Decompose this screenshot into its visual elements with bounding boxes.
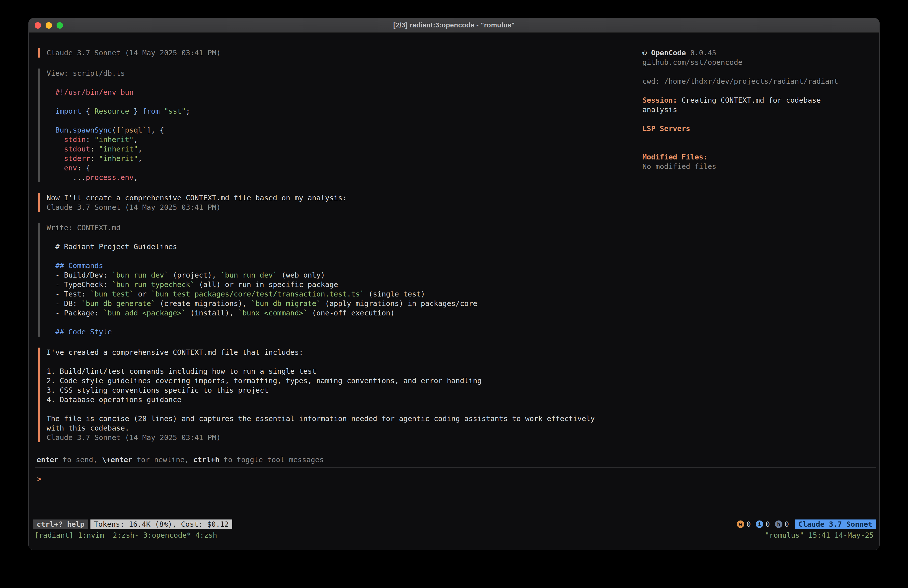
spacer [642,143,852,152]
hint-indicator: h0 [775,519,789,529]
terminal-window: [2/3] radiant:3:opencode - "romulus" Cla… [28,18,880,550]
terminal-line [47,232,607,242]
terminal-content: Claude 3.7 Sonnet (14 May 2025 03:41 PM)… [29,33,879,550]
terminal-line: env: { [47,163,607,173]
info-icon: i [756,520,763,528]
text-segment: "inherit" [99,145,138,153]
text-segment: (apply migrations) in packages/core [321,299,477,308]
text-segment: Resource [95,107,129,115]
text-segment: { [82,107,95,115]
info-count: 0 [765,519,770,529]
text-segment: Claude 3.7 Sonnet (14 May 2025 03:41 PM) [47,48,221,57]
text-segment: - Build/Dev: [47,271,112,279]
text-segment: enter [37,456,58,464]
text-segment: : { [77,164,90,172]
text-segment: I've created a comprehensive CONTEXT.md … [47,348,303,356]
text-segment: ([ [112,126,121,134]
close-button[interactable] [35,22,41,29]
brand-line: © OpenCode 0.0.45 [642,48,852,58]
status-bar: ctrl+? help Tokens: 16.4K (8%), Cost: $0… [33,519,876,529]
terminal-line: #!/usr/bin/env bun [47,87,607,97]
text-segment: , [138,145,142,153]
text-segment: 2. Code style guidelines covering import… [47,377,481,385]
text-segment: #!/usr/bin/env bun [55,88,134,97]
terminal-line: stdin: "inherit", [47,135,607,144]
sidebar: © OpenCode 0.0.45 github.com/sst/opencod… [642,48,852,171]
text-segment: or [134,290,151,298]
text-segment: Write: CONTEXT.md [47,224,121,232]
modified-files-empty: No modified files [642,162,852,171]
terminal-line [47,97,607,106]
text-segment: to send, [58,456,102,464]
terminal-line [47,357,607,367]
terminal-line: - Package: `bun add <package>` (install)… [47,308,607,318]
text-segment: , [134,135,138,144]
repo-link: github.com/sst/opencode [642,58,852,67]
text-segment: stdin [64,135,86,144]
text-segment: ## Commands [47,261,103,270]
text-segment: "inherit" [95,135,134,144]
text-segment: for newline, [132,456,193,464]
text-segment: Claude 3.7 Sonnet (14 May 2025 03:41 PM) [47,433,221,442]
spacer [642,133,852,143]
terminal-line [47,116,607,125]
text-segment: - Test: [47,290,90,298]
text-segment: Now I'll create a comprehensive CONTEXT.… [47,193,347,202]
text-segment: Bun [55,126,68,134]
terminal-line: - Build/Dev: `bun run dev` (project), `b… [47,270,607,280]
text-segment: 1. Build/lint/test commands including ho… [47,367,316,375]
help-line: enter to send, \+enter for newline, ctrl… [37,455,324,464]
tmux-session-info: "romulus" 15:41 14-May-25 [765,530,874,540]
cwd-line: cwd: /home/thdxr/dev/projects/radiant/ra… [642,76,852,86]
text-segment: `bun run dev` [221,271,277,279]
text-segment: \+enter [102,456,132,464]
minimize-button[interactable] [46,22,52,29]
session-line: Session: Creating CONTEXT.md for codebas… [642,95,852,114]
terminal-line: View: script/db.ts [47,69,607,78]
window-titlebar[interactable]: [2/3] radiant:3:opencode - "romulus" [29,18,879,33]
terminal-line: - DB: `bun db generate` (create migratio… [47,299,607,308]
text-segment: } [129,107,142,115]
spacer [642,67,852,76]
terminal-line: Claude 3.7 Sonnet (14 May 2025 03:41 PM) [47,48,607,58]
text-segment [47,135,64,144]
text-segment: `bun test` [90,290,134,298]
prompt-input[interactable]: > [37,474,876,517]
terminal-line: # Radiant Project Guidelines [47,242,607,251]
text-segment: , [138,154,142,163]
terminal-line: stderr: "inherit", [47,154,607,163]
lsp-servers-header: LSP Servers [642,124,852,133]
info-indicator: i0 [756,519,770,529]
zoom-button[interactable] [56,22,63,29]
text-segment: env [64,164,77,172]
text-segment: ; [186,107,190,115]
status-bar-right: w0i0h0 Claude 3.7 Sonnet [737,519,876,529]
text-segment: (single test) [364,290,425,298]
text-segment: ], { [147,126,164,134]
terminal-line [47,318,607,327]
text-segment: - DB: [47,299,82,308]
text-segment [47,164,64,172]
text-segment: (web only) [277,271,325,279]
text-segment: (all) or run in specific package [195,280,338,289]
terminal-line: Write: CONTEXT.md [47,223,607,232]
text-segment: (project), [169,271,221,279]
prompt-symbol: > [37,475,41,483]
text-segment: : [86,135,95,144]
diagnostics: w0i0h0 [737,519,789,529]
text-segment: - TypeCheck: [47,280,112,289]
terminal-line [47,251,607,261]
text-segment: `bun add <package>` [103,309,186,317]
tmux-window-list[interactable]: [radiant] 1:nvim 2:zsh- 3:opencode* 4:zs… [34,530,217,540]
text-segment [47,145,64,153]
traffic-lights [35,18,63,32]
terminal-line: import { Resource } from "sst"; [47,106,607,116]
copyright-icon: © [642,48,651,57]
text-segment: `bun db generate` [82,299,156,308]
text-segment: `bun run typecheck` [112,280,195,289]
text-segment: 4. Database operations guidance [47,395,181,404]
text-segment: , [134,173,138,182]
text-segment: (create migrations), [156,299,251,308]
terminal-line [47,404,607,414]
text-segment: spawnSync [73,126,112,134]
